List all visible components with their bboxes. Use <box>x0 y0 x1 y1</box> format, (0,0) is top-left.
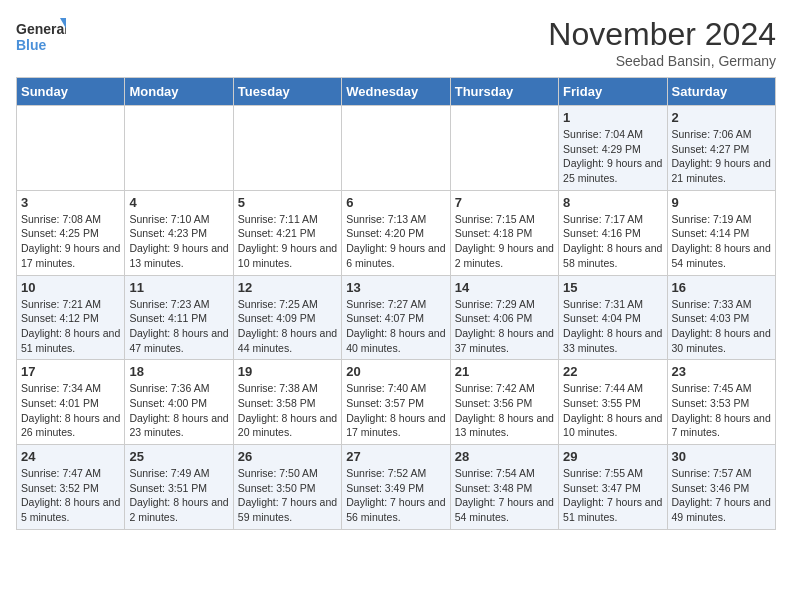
page-header: General Blue November 2024 Seebad Bansin… <box>16 16 776 69</box>
day-info: Sunrise: 7:40 AM Sunset: 3:57 PM Dayligh… <box>346 381 445 440</box>
day-info: Sunrise: 7:34 AM Sunset: 4:01 PM Dayligh… <box>21 381 120 440</box>
day-number: 16 <box>672 280 771 295</box>
day-number: 29 <box>563 449 662 464</box>
day-number: 26 <box>238 449 337 464</box>
calendar-cell <box>450 106 558 191</box>
day-number: 1 <box>563 110 662 125</box>
weekday-header-saturday: Saturday <box>667 78 775 106</box>
calendar-cell: 10Sunrise: 7:21 AM Sunset: 4:12 PM Dayli… <box>17 275 125 360</box>
day-number: 24 <box>21 449 120 464</box>
calendar-cell <box>342 106 450 191</box>
calendar-cell: 23Sunrise: 7:45 AM Sunset: 3:53 PM Dayli… <box>667 360 775 445</box>
svg-text:General: General <box>16 21 66 37</box>
weekday-header-thursday: Thursday <box>450 78 558 106</box>
day-number: 18 <box>129 364 228 379</box>
calendar-cell: 22Sunrise: 7:44 AM Sunset: 3:55 PM Dayli… <box>559 360 667 445</box>
calendar-cell: 21Sunrise: 7:42 AM Sunset: 3:56 PM Dayli… <box>450 360 558 445</box>
day-info: Sunrise: 7:49 AM Sunset: 3:51 PM Dayligh… <box>129 466 228 525</box>
day-number: 28 <box>455 449 554 464</box>
calendar-cell: 30Sunrise: 7:57 AM Sunset: 3:46 PM Dayli… <box>667 445 775 530</box>
weekday-header-tuesday: Tuesday <box>233 78 341 106</box>
day-number: 23 <box>672 364 771 379</box>
day-info: Sunrise: 7:11 AM Sunset: 4:21 PM Dayligh… <box>238 212 337 271</box>
calendar-cell: 27Sunrise: 7:52 AM Sunset: 3:49 PM Dayli… <box>342 445 450 530</box>
calendar-week-1: 1Sunrise: 7:04 AM Sunset: 4:29 PM Daylig… <box>17 106 776 191</box>
calendar-cell: 15Sunrise: 7:31 AM Sunset: 4:04 PM Dayli… <box>559 275 667 360</box>
day-number: 10 <box>21 280 120 295</box>
day-info: Sunrise: 7:17 AM Sunset: 4:16 PM Dayligh… <box>563 212 662 271</box>
day-number: 19 <box>238 364 337 379</box>
calendar-cell: 6Sunrise: 7:13 AM Sunset: 4:20 PM Daylig… <box>342 190 450 275</box>
calendar-cell: 20Sunrise: 7:40 AM Sunset: 3:57 PM Dayli… <box>342 360 450 445</box>
weekday-header-row: SundayMondayTuesdayWednesdayThursdayFrid… <box>17 78 776 106</box>
month-title: November 2024 <box>548 16 776 53</box>
day-number: 21 <box>455 364 554 379</box>
day-info: Sunrise: 7:08 AM Sunset: 4:25 PM Dayligh… <box>21 212 120 271</box>
calendar-week-3: 10Sunrise: 7:21 AM Sunset: 4:12 PM Dayli… <box>17 275 776 360</box>
calendar-cell: 14Sunrise: 7:29 AM Sunset: 4:06 PM Dayli… <box>450 275 558 360</box>
svg-text:Blue: Blue <box>16 37 47 53</box>
day-info: Sunrise: 7:52 AM Sunset: 3:49 PM Dayligh… <box>346 466 445 525</box>
day-info: Sunrise: 7:42 AM Sunset: 3:56 PM Dayligh… <box>455 381 554 440</box>
day-number: 3 <box>21 195 120 210</box>
logo-svg: General Blue <box>16 16 66 60</box>
day-info: Sunrise: 7:57 AM Sunset: 3:46 PM Dayligh… <box>672 466 771 525</box>
calendar-cell: 8Sunrise: 7:17 AM Sunset: 4:16 PM Daylig… <box>559 190 667 275</box>
day-number: 14 <box>455 280 554 295</box>
day-info: Sunrise: 7:25 AM Sunset: 4:09 PM Dayligh… <box>238 297 337 356</box>
day-info: Sunrise: 7:13 AM Sunset: 4:20 PM Dayligh… <box>346 212 445 271</box>
day-number: 15 <box>563 280 662 295</box>
day-info: Sunrise: 7:04 AM Sunset: 4:29 PM Dayligh… <box>563 127 662 186</box>
calendar-cell <box>125 106 233 191</box>
day-info: Sunrise: 7:50 AM Sunset: 3:50 PM Dayligh… <box>238 466 337 525</box>
day-info: Sunrise: 7:21 AM Sunset: 4:12 PM Dayligh… <box>21 297 120 356</box>
day-info: Sunrise: 7:19 AM Sunset: 4:14 PM Dayligh… <box>672 212 771 271</box>
day-number: 30 <box>672 449 771 464</box>
day-number: 8 <box>563 195 662 210</box>
calendar-cell: 28Sunrise: 7:54 AM Sunset: 3:48 PM Dayli… <box>450 445 558 530</box>
calendar-cell: 9Sunrise: 7:19 AM Sunset: 4:14 PM Daylig… <box>667 190 775 275</box>
day-number: 27 <box>346 449 445 464</box>
weekday-header-wednesday: Wednesday <box>342 78 450 106</box>
weekday-header-monday: Monday <box>125 78 233 106</box>
day-info: Sunrise: 7:55 AM Sunset: 3:47 PM Dayligh… <box>563 466 662 525</box>
weekday-header-sunday: Sunday <box>17 78 125 106</box>
day-info: Sunrise: 7:23 AM Sunset: 4:11 PM Dayligh… <box>129 297 228 356</box>
calendar-cell: 7Sunrise: 7:15 AM Sunset: 4:18 PM Daylig… <box>450 190 558 275</box>
day-number: 7 <box>455 195 554 210</box>
calendar-week-4: 17Sunrise: 7:34 AM Sunset: 4:01 PM Dayli… <box>17 360 776 445</box>
calendar-cell: 11Sunrise: 7:23 AM Sunset: 4:11 PM Dayli… <box>125 275 233 360</box>
calendar-week-5: 24Sunrise: 7:47 AM Sunset: 3:52 PM Dayli… <box>17 445 776 530</box>
calendar-cell: 17Sunrise: 7:34 AM Sunset: 4:01 PM Dayli… <box>17 360 125 445</box>
day-info: Sunrise: 7:38 AM Sunset: 3:58 PM Dayligh… <box>238 381 337 440</box>
weekday-header-friday: Friday <box>559 78 667 106</box>
day-info: Sunrise: 7:44 AM Sunset: 3:55 PM Dayligh… <box>563 381 662 440</box>
calendar-week-2: 3Sunrise: 7:08 AM Sunset: 4:25 PM Daylig… <box>17 190 776 275</box>
calendar-cell <box>17 106 125 191</box>
calendar-cell: 4Sunrise: 7:10 AM Sunset: 4:23 PM Daylig… <box>125 190 233 275</box>
day-info: Sunrise: 7:06 AM Sunset: 4:27 PM Dayligh… <box>672 127 771 186</box>
day-number: 11 <box>129 280 228 295</box>
calendar-table: SundayMondayTuesdayWednesdayThursdayFrid… <box>16 77 776 530</box>
calendar-cell <box>233 106 341 191</box>
day-number: 13 <box>346 280 445 295</box>
logo: General Blue <box>16 16 66 60</box>
title-block: November 2024 Seebad Bansin, Germany <box>548 16 776 69</box>
calendar-cell: 12Sunrise: 7:25 AM Sunset: 4:09 PM Dayli… <box>233 275 341 360</box>
day-number: 4 <box>129 195 228 210</box>
day-info: Sunrise: 7:54 AM Sunset: 3:48 PM Dayligh… <box>455 466 554 525</box>
calendar-cell: 5Sunrise: 7:11 AM Sunset: 4:21 PM Daylig… <box>233 190 341 275</box>
calendar-cell: 3Sunrise: 7:08 AM Sunset: 4:25 PM Daylig… <box>17 190 125 275</box>
subtitle: Seebad Bansin, Germany <box>548 53 776 69</box>
day-number: 6 <box>346 195 445 210</box>
calendar-cell: 24Sunrise: 7:47 AM Sunset: 3:52 PM Dayli… <box>17 445 125 530</box>
calendar-cell: 19Sunrise: 7:38 AM Sunset: 3:58 PM Dayli… <box>233 360 341 445</box>
day-info: Sunrise: 7:47 AM Sunset: 3:52 PM Dayligh… <box>21 466 120 525</box>
calendar-cell: 1Sunrise: 7:04 AM Sunset: 4:29 PM Daylig… <box>559 106 667 191</box>
day-info: Sunrise: 7:27 AM Sunset: 4:07 PM Dayligh… <box>346 297 445 356</box>
day-number: 2 <box>672 110 771 125</box>
calendar-cell: 2Sunrise: 7:06 AM Sunset: 4:27 PM Daylig… <box>667 106 775 191</box>
day-info: Sunrise: 7:36 AM Sunset: 4:00 PM Dayligh… <box>129 381 228 440</box>
day-number: 20 <box>346 364 445 379</box>
calendar-cell: 29Sunrise: 7:55 AM Sunset: 3:47 PM Dayli… <box>559 445 667 530</box>
